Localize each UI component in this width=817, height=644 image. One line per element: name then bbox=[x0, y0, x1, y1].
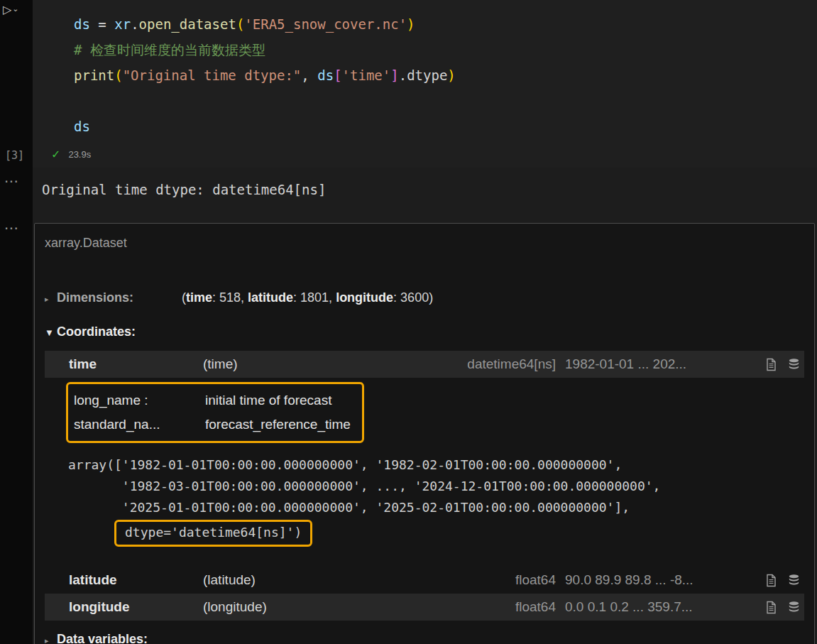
coord-name: time bbox=[45, 356, 203, 372]
output-menu-icon-top[interactable]: ⋯ bbox=[4, 175, 19, 187]
attr-key: long_name : bbox=[74, 388, 205, 413]
run-cell-button[interactable]: ▷ ⌄ bbox=[3, 4, 19, 16]
cell-status-bar: ✓ 23.9s bbox=[51, 145, 817, 163]
coord-dtype: datetime64[ns] bbox=[427, 356, 556, 372]
data-repr-toggle-icon[interactable] bbox=[783, 358, 804, 371]
coord-dims: (longitude) bbox=[203, 599, 427, 615]
coord-dims: (latitude) bbox=[203, 572, 427, 588]
expanded-arrow-icon: ▼ bbox=[45, 327, 57, 338]
attribute-row: standard_na... forecast_reference_time bbox=[74, 413, 351, 437]
coord-dims: (time) bbox=[203, 356, 427, 372]
data-variables-label: Data variables: bbox=[57, 632, 148, 644]
play-icon: ▷ bbox=[3, 4, 11, 16]
coordinates-label: Coordinates: bbox=[57, 324, 136, 339]
attr-value: initial time of forecast bbox=[205, 388, 351, 413]
coord-row-latitude: latitude (latitude) float64 90.0 89.9 89… bbox=[45, 567, 804, 594]
coord-dtype: float64 bbox=[427, 599, 556, 615]
data-repr-toggle-icon[interactable] bbox=[783, 601, 804, 614]
stdout-text-output: Original time dtype: datetime64[ns] bbox=[33, 172, 817, 206]
coord-preview: 90.0 89.9 89.8 ... -8... bbox=[556, 572, 759, 588]
attributes-toggle-icon[interactable] bbox=[759, 601, 783, 614]
section-header-coordinates[interactable]: ▼ Coordinates: bbox=[45, 324, 804, 343]
coord-preview: 1982-01-01 ... 202... bbox=[556, 356, 759, 372]
execution-duration: 23.9s bbox=[68, 149, 91, 160]
output-menu-icon-bottom[interactable]: ⋯ bbox=[4, 222, 19, 234]
dtype-annotation-box: dtype='datetime64[ns]') bbox=[114, 520, 312, 547]
time-array-repr: array(['1982-01-01T00:00:00.000000000', … bbox=[68, 454, 804, 547]
coord-dtype: float64 bbox=[427, 572, 556, 588]
coord-row-longitude: longitude (longitude) float64 0.0 0.1 0.… bbox=[45, 594, 804, 621]
coord-name: longitude bbox=[45, 599, 203, 615]
attributes-toggle-icon[interactable] bbox=[759, 358, 783, 371]
coord-row-time: time (time) datetime64[ns] 1982-01-01 ..… bbox=[45, 351, 804, 378]
code-cell: ds = xr.open_dataset('ERA5_snow_cover.nc… bbox=[33, 0, 817, 168]
coord-name: latitude bbox=[45, 572, 203, 588]
xarray-title: xarray.Dataset bbox=[45, 235, 804, 251]
array-lines: array(['1982-01-01T00:00:00.000000000', … bbox=[68, 454, 804, 518]
dimensions-label: Dimensions: bbox=[57, 290, 182, 305]
attr-key: standard_na... bbox=[74, 413, 205, 437]
collapsed-arrow-icon: ▸ bbox=[45, 295, 57, 304]
chevron-down-icon: ⌄ bbox=[12, 4, 18, 13]
xarray-dataset-output: xarray.Dataset ▸ Dimensions: (time: 518,… bbox=[34, 223, 815, 644]
attributes-toggle-icon[interactable] bbox=[759, 574, 783, 587]
section-header-data-variables[interactable]: ▸ Data variables: bbox=[45, 632, 804, 644]
success-check-icon: ✓ bbox=[51, 148, 60, 161]
data-repr-toggle-icon[interactable] bbox=[783, 574, 804, 587]
code-editor[interactable]: ds = xr.open_dataset('ERA5_snow_cover.nc… bbox=[33, 11, 817, 139]
section-header-dimensions[interactable]: ▸ Dimensions: (time: 518, latitude: 1801… bbox=[45, 290, 804, 309]
execution-count: [3] bbox=[5, 149, 24, 162]
notebook-main: ds = xr.open_dataset('ERA5_snow_cover.nc… bbox=[33, 0, 817, 644]
dimensions-value: (time: 518, latitude: 1801, longitude: 3… bbox=[182, 290, 433, 305]
coordinates-table: time (time) datetime64[ns] 1982-01-01 ..… bbox=[45, 351, 804, 621]
array-dtype-line: dtype='datetime64[ns]') bbox=[68, 520, 804, 547]
time-attributes-annotation-box: long_name : initial time of forecast sta… bbox=[66, 382, 364, 443]
attribute-row: long_name : initial time of forecast bbox=[74, 388, 351, 413]
time-expanded-details: long_name : initial time of forecast sta… bbox=[45, 378, 804, 567]
attr-value: forecast_reference_time bbox=[205, 413, 351, 437]
cell-gutter: ▷ ⌄ [3] ⋯ ⋯ bbox=[0, 0, 33, 644]
collapsed-arrow-icon: ▸ bbox=[45, 636, 57, 644]
coord-preview: 0.0 0.1 0.2 ... 359.7... bbox=[556, 599, 759, 615]
